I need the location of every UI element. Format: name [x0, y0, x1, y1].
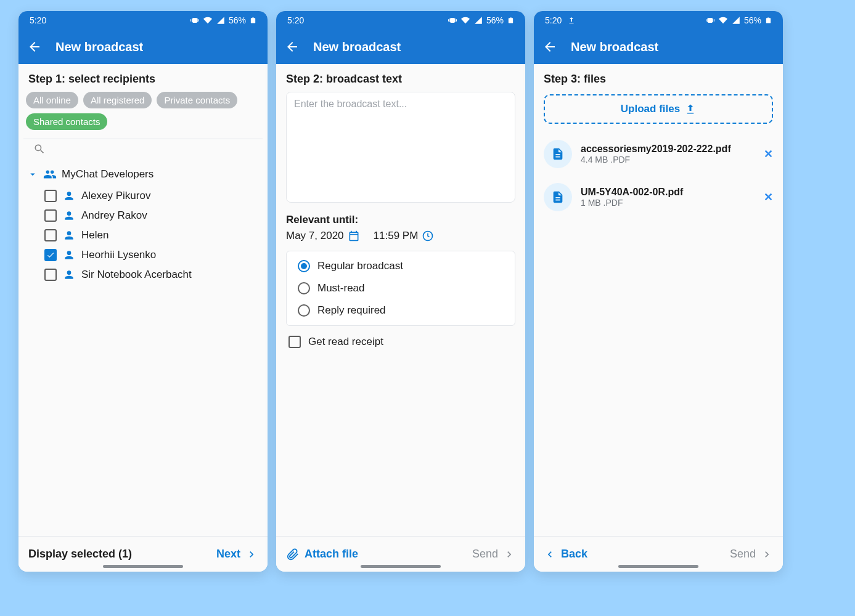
person-checkbox[interactable]	[44, 209, 57, 222]
chip-private-contacts[interactable]: Private contacts	[157, 92, 237, 108]
page-title: New broadcast	[55, 40, 143, 54]
battery-icon	[250, 15, 256, 25]
person-icon	[63, 249, 75, 261]
display-selected[interactable]: Display selected (1)	[28, 548, 132, 561]
relevant-label: Relevant until:	[277, 211, 524, 229]
upload-files-button[interactable]: Upload files	[544, 94, 773, 124]
contacts-tree: MyChat Developers Alexey Pikurov Andrey …	[20, 159, 266, 285]
page-title: New broadcast	[313, 40, 401, 54]
remove-file-button[interactable]: ✕	[764, 190, 773, 204]
screen-step3: 5:20 56% New broadcast Step 3: files Upl…	[534, 11, 783, 572]
person-checkbox[interactable]	[44, 229, 57, 241]
step3-title: Step 3: files	[535, 71, 782, 92]
person-checkbox[interactable]	[44, 269, 57, 281]
person-icon	[63, 190, 75, 202]
radio-regular[interactable]: Regular broadcast	[289, 255, 512, 277]
radio-button[interactable]	[298, 304, 310, 317]
document-icon	[551, 190, 565, 204]
upload-indicator-icon	[568, 17, 575, 24]
chip-all-online[interactable]: All online	[26, 92, 78, 108]
step2-footer: Attach file Send	[276, 536, 525, 572]
back-icon[interactable]	[542, 39, 557, 54]
file-row: accessoriesmy2019-202-222.pdf 4.4 MB .PD…	[535, 132, 782, 176]
radio-button[interactable]	[298, 282, 310, 294]
person-icon	[63, 229, 75, 241]
calendar-icon[interactable]	[348, 230, 360, 242]
clock-icon[interactable]	[422, 230, 434, 242]
relevant-date[interactable]: May 7, 2020	[286, 230, 344, 242]
file-row: UM-5Y40A-002-0R.pdf 1 MB .PDF ✕	[535, 176, 782, 219]
cell-icon	[732, 16, 740, 25]
group-header[interactable]: MyChat Developers	[23, 163, 263, 186]
vibrate-icon	[190, 16, 199, 25]
step3-footer: Back Send	[534, 536, 783, 572]
person-name: Alexey Pikurov	[81, 190, 150, 202]
back-icon[interactable]	[285, 39, 300, 54]
person-name: Helen	[81, 229, 108, 241]
status-time: 5:20	[287, 15, 304, 25]
person-row[interactable]: Heorhii Lysenko	[23, 245, 263, 265]
radio-button[interactable]	[298, 260, 310, 272]
send-button[interactable]: Send	[472, 548, 515, 561]
person-checkbox[interactable]	[44, 249, 57, 261]
nav-handle	[361, 565, 441, 568]
app-bar: New broadcast	[276, 30, 525, 64]
status-bar: 5:20 56%	[18, 11, 268, 30]
screen-step1: 5:20 56% New broadcast Step 1: select re…	[18, 11, 268, 572]
back-button[interactable]: Back	[544, 548, 587, 561]
read-receipt-row[interactable]: Get read receipt	[277, 326, 524, 358]
cell-icon	[474, 16, 483, 25]
send-button[interactable]: Send	[730, 548, 773, 561]
person-name: Andrey Rakov	[81, 209, 147, 222]
person-checkbox[interactable]	[44, 190, 57, 202]
chevron-down-icon	[27, 169, 38, 180]
wifi-icon	[203, 16, 213, 25]
file-name: accessoriesmy2019-202-222.pdf	[581, 144, 755, 155]
person-row[interactable]: Alexey Pikurov	[23, 186, 263, 206]
file-icon	[544, 140, 572, 168]
person-row[interactable]: Andrey Rakov	[23, 206, 263, 225]
step2-title: Step 2: broadcast text	[277, 71, 524, 92]
group-name: MyChat Developers	[62, 168, 153, 180]
page-title: New broadcast	[571, 40, 658, 54]
status-battery-text: 56%	[486, 15, 504, 25]
chip-shared-contacts[interactable]: Shared contacts	[26, 113, 107, 130]
nav-handle	[618, 565, 698, 568]
person-icon	[63, 269, 75, 281]
person-name: Sir Notebook Acerbacht	[81, 269, 192, 281]
chip-all-registered[interactable]: All registered	[83, 92, 152, 108]
vibrate-icon	[448, 16, 457, 25]
radio-reply[interactable]: Reply required	[289, 299, 512, 322]
radio-mustread[interactable]: Must-read	[289, 277, 512, 299]
broadcast-type-card: Regular broadcast Must-read Reply requir…	[286, 251, 515, 326]
step1-footer: Display selected (1) Next	[18, 536, 268, 572]
person-row[interactable]: Sir Notebook Acerbacht	[23, 265, 263, 285]
status-bar: 5:20 56%	[276, 11, 525, 30]
relevant-time[interactable]: 11:59 PM	[374, 230, 419, 242]
battery-icon	[507, 15, 514, 25]
search-row[interactable]	[23, 139, 263, 159]
chevron-left-icon	[544, 548, 556, 561]
person-name: Heorhii Lysenko	[81, 249, 156, 261]
cell-icon	[216, 16, 225, 25]
file-name: UM-5Y40A-002-0R.pdf	[581, 187, 755, 198]
paperclip-icon	[286, 548, 300, 561]
search-icon	[33, 143, 46, 155]
broadcast-text-input[interactable]: Enter the broadcast text...	[286, 92, 515, 203]
status-bar: 5:20 56%	[534, 11, 783, 30]
step1-title: Step 1: select recipients	[20, 71, 266, 92]
read-receipt-checkbox[interactable]	[288, 336, 301, 348]
check-icon	[46, 251, 55, 259]
wifi-icon	[460, 16, 470, 25]
next-button[interactable]: Next	[216, 548, 258, 561]
chevron-right-icon	[245, 548, 258, 561]
app-bar: New broadcast	[18, 30, 268, 64]
person-icon	[63, 209, 75, 222]
person-row[interactable]: Helen	[23, 225, 263, 245]
back-icon[interactable]	[27, 39, 42, 54]
file-icon	[544, 183, 572, 211]
group-icon	[43, 168, 57, 181]
attach-file-button[interactable]: Attach file	[286, 548, 358, 561]
status-time: 5:20	[545, 15, 562, 25]
remove-file-button[interactable]: ✕	[764, 147, 773, 161]
